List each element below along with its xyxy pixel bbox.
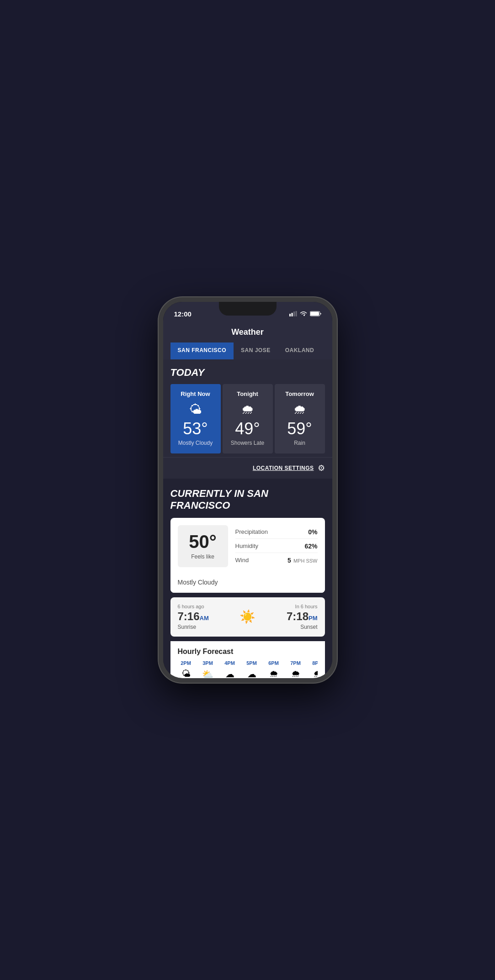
sunset-time: 7:18PM [287, 610, 318, 623]
hourly-icon: 🌤 [181, 669, 191, 678]
wifi-icon [300, 311, 307, 316]
city-tab-ok[interactable]: OAKLAND [278, 342, 322, 359]
hourly-item[interactable]: 6PM 🌧 [266, 660, 282, 678]
forecast-card-right-now[interactable]: Right Now 🌤 53° Mostly Cloudy [170, 384, 221, 453]
hourly-icon: ☁ [225, 669, 234, 678]
sunrise-side: 6 hours ago 7:16AM Sunrise [178, 604, 209, 630]
hourly-time: 5PM [246, 660, 257, 666]
hourly-item[interactable]: 7PM 🌧 [287, 660, 304, 678]
card-condition: Mostly Cloudy [175, 440, 216, 447]
svg-rect-0 [289, 314, 291, 316]
hourly-time: 7PM [290, 660, 301, 666]
svg-rect-2 [293, 311, 295, 316]
hourly-icon: 🌧 [291, 669, 300, 678]
status-time: 12:00 [174, 310, 192, 318]
sunrise-ago: 6 hours ago [178, 604, 209, 609]
city-tab-sj[interactable]: SAN JOSE [234, 342, 278, 359]
forecast-card-tonight[interactable]: Tonight 🌧 49° Showers Late [223, 384, 273, 453]
hourly-item[interactable]: 4PM ☁ [222, 660, 238, 678]
card-temp: 53° [175, 421, 216, 437]
sunset-in-time: In 6 hours [287, 604, 318, 609]
screen-content[interactable]: Weather SAN FRANCISCOSAN JOSEOAKLANDSAN … [163, 322, 332, 678]
detail-row: Wind 5 MPH SSW [235, 554, 318, 567]
signal-icon [289, 311, 297, 316]
hourly-icon: ☁ [247, 669, 256, 678]
card-icon: 🌤 [175, 402, 216, 417]
status-bar: 12:00 [163, 302, 332, 322]
card-label: Tomorrow [279, 390, 320, 397]
weather-details: Precipitation 0% Humidity 62% Wind 5 MPH… [235, 525, 318, 567]
sunset-label: Sunset [287, 624, 318, 630]
hourly-scroll[interactable]: 2PM 🌤 3PM ⛅ 4PM ☁ 5PM ☁ 6PM 🌧 7PM 🌧 8PM … [178, 660, 318, 678]
detail-value: 5 MPH SSW [287, 557, 317, 564]
location-settings-button[interactable]: LOCATION SETTINGS [253, 465, 314, 471]
card-temp: 59° [279, 421, 320, 437]
city-tab-sf[interactable]: SAN FRANCISCO [170, 342, 234, 359]
feels-like-box: 50° Feels like [178, 525, 228, 567]
detail-label: Precipitation [235, 528, 268, 535]
forecast-cards: Right Now 🌤 53° Mostly Cloudy Tonight 🌧 … [170, 384, 325, 453]
hourly-item[interactable]: 3PM ⛅ [200, 660, 216, 678]
svg-rect-3 [295, 311, 297, 316]
city-tab-sm[interactable]: SAN MATEO [321, 342, 325, 359]
hourly-time: 2PM [181, 660, 191, 666]
condition-text-row: Mostly Cloudy [170, 574, 325, 593]
hourly-section: Hourly Forecast 2PM 🌤 3PM ⛅ 4PM ☁ 5PM ☁ … [170, 641, 325, 678]
sunrise-label: Sunrise [178, 624, 209, 630]
hourly-item[interactable]: 2PM 🌤 [178, 660, 194, 678]
detail-label: Wind [235, 557, 249, 564]
card-condition: Rain [279, 440, 320, 447]
card-label: Tonight [227, 390, 268, 397]
detail-value: 62% [304, 543, 317, 550]
card-label: Right Now [175, 390, 216, 397]
card-icon: 🌧 [227, 402, 268, 417]
hourly-time: 4PM [224, 660, 235, 666]
hourly-time: 3PM [202, 660, 213, 666]
today-section: TODAY Right Now 🌤 53° Mostly Cloudy Toni… [163, 359, 332, 457]
currently-section: CURRENTLY IN SAN FRANCISCO 50° Feels lik… [163, 479, 332, 678]
sun-row: 6 hours ago 7:16AM Sunrise ☀️ In 6 hours… [178, 604, 318, 630]
hourly-time: 8PM [312, 660, 317, 666]
hourly-icon: ⛅ [202, 669, 213, 678]
hourly-item[interactable]: 8PM 🌧 [309, 660, 318, 678]
detail-row: Humidity 62% [235, 540, 318, 553]
battery-icon [310, 311, 321, 316]
hourly-icon: 🌧 [313, 669, 318, 678]
svg-rect-1 [291, 313, 293, 316]
forecast-card-tomorrow[interactable]: Tomorrow 🌧 59° Rain [275, 384, 325, 453]
app-title: Weather [170, 327, 325, 342]
sun-card: 6 hours ago 7:16AM Sunrise ☀️ In 6 hours… [170, 597, 325, 637]
svg-rect-5 [310, 312, 319, 316]
detail-row: Precipitation 0% [235, 526, 318, 539]
sun-center-icon: ☀️ [209, 609, 287, 624]
card-temp: 49° [227, 421, 268, 437]
hourly-title: Hourly Forecast [178, 648, 318, 656]
current-weather-top: 50° Feels like Precipitation 0% Humidity… [170, 518, 325, 574]
hourly-item[interactable]: 5PM ☁ [244, 660, 260, 678]
phone-frame: 12:00 Weat [159, 297, 337, 683]
today-label: TODAY [170, 367, 325, 379]
feels-like-temp: 50° [189, 532, 217, 551]
gear-icon[interactable]: ⚙ [318, 463, 325, 473]
hourly-icon: 🌧 [269, 669, 278, 678]
feels-like-label: Feels like [191, 553, 214, 560]
weather-header: Weather SAN FRANCISCOSAN JOSEOAKLANDSAN … [163, 322, 332, 359]
sunset-side: In 6 hours 7:18PM Sunset [287, 604, 318, 630]
condition-text: Mostly Cloudy [178, 579, 218, 586]
city-tabs[interactable]: SAN FRANCISCOSAN JOSEOAKLANDSAN MATEOWAL… [170, 342, 325, 359]
card-icon: 🌧 [279, 402, 320, 417]
sunrise-time: 7:16AM [178, 610, 209, 623]
location-settings-bar[interactable]: LOCATION SETTINGS ⚙ [163, 457, 332, 479]
currently-title: CURRENTLY IN SAN FRANCISCO [170, 488, 325, 511]
detail-label: Humidity [235, 543, 259, 549]
detail-value: 0% [308, 528, 317, 536]
status-icons [289, 311, 321, 316]
card-condition: Showers Late [227, 440, 268, 447]
hourly-time: 6PM [268, 660, 279, 666]
current-weather-card: 50° Feels like Precipitation 0% Humidity… [170, 518, 325, 593]
